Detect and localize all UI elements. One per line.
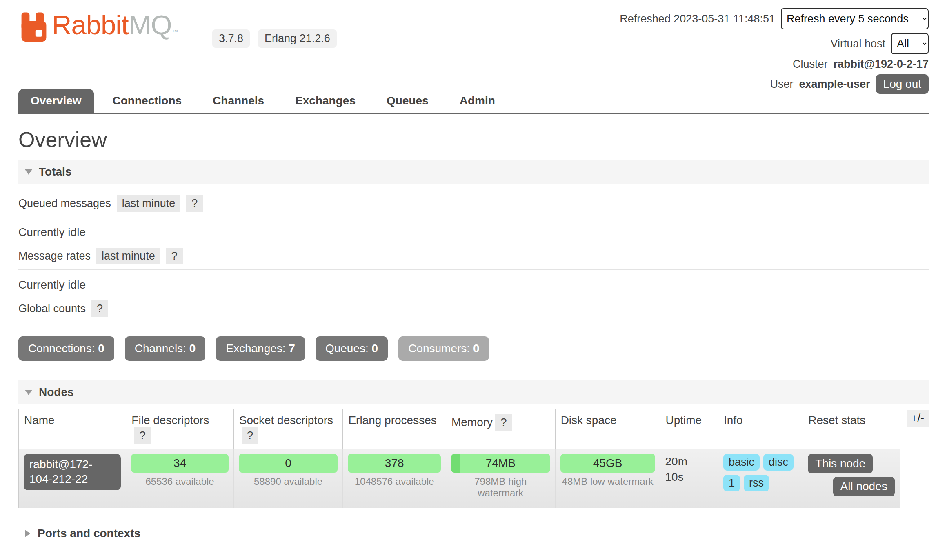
col-erlang-processes: Erlang processes xyxy=(343,409,446,449)
global-counts-help-icon[interactable]: ? xyxy=(91,300,108,317)
tab-queues[interactable]: Queues xyxy=(374,89,441,113)
memory-help-icon[interactable]: ? xyxy=(495,414,512,431)
queued-messages-label: Queued messages xyxy=(18,197,111,210)
file-descriptors-cell: 34 65536 available xyxy=(126,449,233,508)
reset-stats-cell: This node All nodes xyxy=(803,449,900,508)
logout-button[interactable]: Log out xyxy=(876,74,929,94)
col-memory: Memory? xyxy=(446,409,555,449)
virtual-host-select[interactable]: All xyxy=(891,33,929,54)
header: RabbitMQ™ 3.7.8 Erlang 21.2.6 Refreshed … xyxy=(0,0,947,89)
logo-wordmark: RabbitMQ™ xyxy=(52,11,178,39)
reset-this-node-button[interactable]: This node xyxy=(808,454,873,473)
message-rates-range-toggle[interactable]: last minute xyxy=(96,248,160,264)
virtual-host-label: Virtual host xyxy=(830,38,885,50)
file-descriptors-bar: 34 xyxy=(131,454,228,473)
uptime-minutes: 20m xyxy=(665,454,713,469)
socket-descriptors-help-icon[interactable]: ? xyxy=(242,427,259,444)
erlang-processes-cell: 378 1048576 available xyxy=(343,449,446,508)
logo-text-rabbit: Rabbit xyxy=(52,9,129,40)
cluster-label: Cluster xyxy=(793,58,828,71)
version-badge: 3.7.8 xyxy=(212,29,250,48)
queued-messages-range-toggle[interactable]: last minute xyxy=(117,195,181,212)
col-file-descriptors: File descriptors? xyxy=(126,409,233,449)
header-right: Refreshed 2023-05-31 11:48:51 Refresh ev… xyxy=(620,8,929,94)
global-counts-label: Global counts xyxy=(18,302,86,315)
refresh-interval-select[interactable]: Refresh every 5 seconds xyxy=(781,8,929,29)
socket-descriptors-bar: 0 xyxy=(239,454,338,473)
ports-and-contexts-section[interactable]: Ports and contexts xyxy=(18,527,929,540)
reset-all-nodes-button[interactable]: All nodes xyxy=(833,477,895,496)
info-badge-count: 1 xyxy=(723,475,740,491)
message-rates-help-icon[interactable]: ? xyxy=(166,248,183,264)
collapse-arrow-icon xyxy=(25,390,32,395)
socket-descriptors-detail: 58890 available xyxy=(239,476,338,487)
nodes-table-wrap: Name File descriptors? Socket descriptor… xyxy=(18,409,929,508)
nodes-section-title: Nodes xyxy=(39,386,74,399)
col-reset-stats: Reset stats xyxy=(803,409,900,449)
refreshed-timestamp: Refreshed 2023-05-31 11:48:51 xyxy=(620,13,775,25)
cluster-name: rabbit@192-0-2-17 xyxy=(834,58,929,71)
totals-section-header[interactable]: Totals xyxy=(18,160,929,184)
info-badge-disc: disc xyxy=(763,454,794,471)
erlang-version-badge: Erlang 21.2.6 xyxy=(258,29,337,48)
info-badge-basic: basic xyxy=(723,454,760,471)
nodes-table: Name File descriptors? Socket descriptor… xyxy=(18,409,900,508)
global-counts-row: Global counts ? xyxy=(18,295,929,322)
memory-used-segment xyxy=(451,454,460,473)
logo-text-mq: MQ xyxy=(129,9,172,40)
col-name: Name xyxy=(19,409,126,449)
expand-arrow-icon xyxy=(25,530,30,537)
uptime-cell: 20m 10s xyxy=(660,449,718,508)
tab-admin[interactable]: Admin xyxy=(447,89,507,113)
rabbitmq-logo[interactable]: RabbitMQ™ xyxy=(18,11,178,44)
consumers-count-button[interactable]: Consumers: 0 xyxy=(398,336,489,361)
node-name-cell: rabbit@172-104-212-22 xyxy=(19,449,126,508)
tab-overview[interactable]: Overview xyxy=(18,89,94,113)
column-toggle-button[interactable]: +/- xyxy=(907,410,929,427)
col-socket-descriptors: Socket descriptors? xyxy=(233,409,343,449)
queued-messages-help-icon[interactable]: ? xyxy=(186,195,203,212)
disk-space-cell: 45GB 48MB low watermark xyxy=(555,449,660,508)
disk-space-bar: 45GB xyxy=(560,454,655,473)
tab-channels[interactable]: Channels xyxy=(200,89,276,113)
message-rates-label: Message rates xyxy=(18,250,91,262)
queues-count-button[interactable]: Queues: 0 xyxy=(316,336,388,361)
file-descriptors-help-icon[interactable]: ? xyxy=(134,427,151,444)
tab-connections[interactable]: Connections xyxy=(100,89,194,113)
totals-section-title: Totals xyxy=(39,165,71,178)
file-descriptors-detail: 65536 available xyxy=(131,476,228,487)
message-rates-idle-text: Currently idle xyxy=(18,278,929,291)
user-label: User xyxy=(770,78,793,91)
version-badges: 3.7.8 Erlang 21.2.6 xyxy=(212,29,337,48)
logo-trademark: ™ xyxy=(172,29,178,36)
main-content: Overview Totals Queued messages last min… xyxy=(0,127,947,560)
socket-descriptors-cell: 0 58890 available xyxy=(233,449,343,508)
memory-bar: 74MB xyxy=(451,454,550,473)
message-rates-row: Message rates last minute ? xyxy=(18,242,929,270)
memory-detail: 798MB high watermark xyxy=(451,476,550,499)
node-name-link[interactable]: rabbit@172-104-212-22 xyxy=(24,454,121,490)
user-name: example-user xyxy=(799,78,870,91)
node-row: rabbit@172-104-212-22 34 65536 available… xyxy=(19,449,900,508)
erlang-processes-bar: 378 xyxy=(348,454,441,473)
col-info: Info xyxy=(718,409,803,449)
queued-messages-idle-text: Currently idle xyxy=(18,226,929,239)
global-counts-buttons: Connections: 0 Channels: 0 Exchanges: 7 … xyxy=(18,336,929,361)
erlang-processes-detail: 1048576 available xyxy=(348,476,441,487)
page-title: Overview xyxy=(18,127,929,152)
memory-cell: 74MB 798MB high watermark xyxy=(446,449,555,508)
info-cell: basicdisc1rss xyxy=(718,449,803,508)
ports-and-contexts-label: Ports and contexts xyxy=(38,527,140,540)
uptime-seconds: 10s xyxy=(665,469,713,485)
collapse-arrow-icon xyxy=(25,169,32,175)
tab-exchanges[interactable]: Exchanges xyxy=(283,89,368,113)
exchanges-count-button[interactable]: Exchanges: 7 xyxy=(216,336,305,361)
info-badge-rss: rss xyxy=(744,475,769,491)
nodes-section-header[interactable]: Nodes xyxy=(18,380,929,404)
col-disk-space: Disk space xyxy=(555,409,660,449)
rabbitmq-logo-icon xyxy=(18,11,49,44)
col-uptime: Uptime xyxy=(660,409,718,449)
connections-count-button[interactable]: Connections: 0 xyxy=(18,336,114,361)
nodes-table-header-row: Name File descriptors? Socket descriptor… xyxy=(19,409,900,449)
channels-count-button[interactable]: Channels: 0 xyxy=(125,336,205,361)
